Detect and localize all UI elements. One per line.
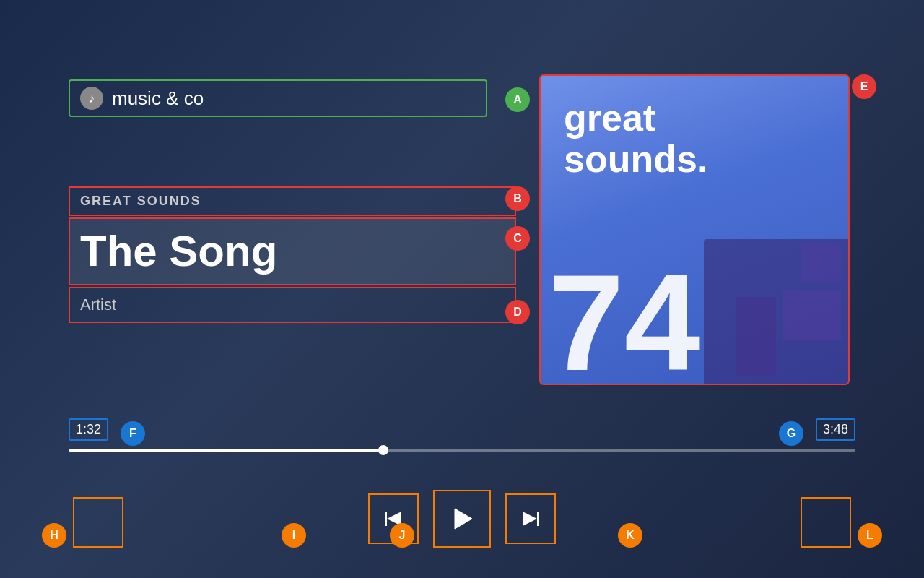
badge-e: E: [852, 74, 876, 99]
badge-g: G: [779, 421, 803, 446]
play-button[interactable]: [433, 490, 491, 548]
search-box[interactable]: ♪ music & co: [69, 79, 487, 117]
svg-marker-0: [385, 512, 387, 526]
album-art-inner: great sounds. 74: [541, 76, 848, 384]
progress-thumb[interactable]: [378, 445, 388, 455]
header-bar: ♪ music & co: [69, 79, 487, 117]
time-total: 3:48: [816, 418, 855, 441]
song-title-text: The Song: [80, 227, 277, 275]
album-art-title: great sounds.: [564, 98, 707, 180]
playlist-label-row: GREAT SOUNDS: [69, 186, 516, 216]
progress-track[interactable]: [69, 449, 855, 452]
artist-box: Artist: [69, 287, 516, 323]
badge-b: B: [505, 186, 530, 211]
badge-a: A: [505, 87, 530, 112]
badge-d: D: [505, 300, 530, 324]
badge-k: K: [618, 523, 642, 548]
track-info-section: GREAT SOUNDS The Song Artist: [69, 186, 516, 324]
playlist-label-text: GREAT SOUNDS: [80, 194, 201, 208]
badge-h: H: [42, 523, 66, 548]
badge-j: J: [390, 523, 414, 548]
time-current: 1:32: [69, 418, 108, 441]
badge-l: L: [858, 523, 882, 548]
progress-fill: [69, 449, 383, 452]
svg-marker-3: [523, 512, 537, 526]
badge-i: I: [282, 523, 306, 548]
progress-area[interactable]: [69, 449, 855, 452]
svg-marker-2: [455, 509, 472, 529]
artist-row: Artist: [69, 287, 516, 323]
album-art: great sounds. 74: [539, 74, 850, 385]
svg-marker-4: [537, 512, 539, 526]
next-button[interactable]: [505, 493, 556, 544]
music-note-icon: ♪: [80, 87, 103, 110]
artist-text: Artist: [80, 296, 116, 314]
badge-f: F: [121, 421, 145, 446]
playlist-label-box: GREAT SOUNDS: [69, 186, 516, 216]
badge-c: C: [505, 226, 530, 251]
album-number: 74: [548, 254, 700, 385]
song-title-row: The Song: [69, 217, 516, 285]
song-title-box: The Song: [69, 217, 516, 285]
app-name-label: music & co: [112, 87, 204, 110]
playback-controls: [0, 490, 924, 548]
